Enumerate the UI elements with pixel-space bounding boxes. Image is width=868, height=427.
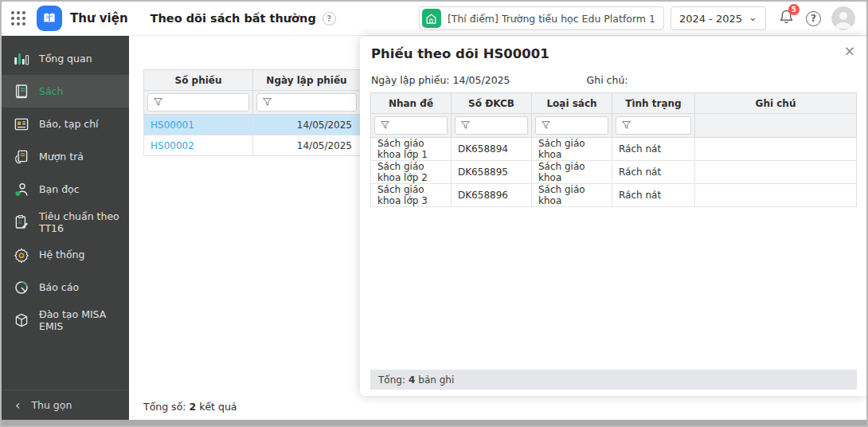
- books-header-row: Nhan đề Số ĐKCB Loại sách Tình trạng Ghi…: [371, 93, 857, 114]
- filter-icon: [621, 120, 631, 131]
- ticket-link[interactable]: HS00002: [144, 135, 253, 156]
- book-title: Sách giáo khoa lớp 3: [371, 184, 452, 207]
- table-row-hs00002[interactable]: HS00002 14/05/2025: [144, 135, 361, 156]
- sidebar-item-bao-cao[interactable]: Báo cáo: [2, 271, 129, 304]
- filter-icon: [541, 120, 551, 131]
- open-book-icon: [41, 10, 58, 27]
- ticket-link[interactable]: HS00001: [144, 115, 253, 135]
- page-title: Theo dõi sách bất thường: [151, 12, 316, 25]
- gear-icon: [14, 247, 29, 263]
- sidebar-collapse-button[interactable]: ‹ Thu gọn: [2, 390, 129, 420]
- sidebar-item-bao-tap-chi[interactable]: Báo, tạp chí: [2, 108, 129, 140]
- sidebar-item-label: Sách: [39, 85, 63, 97]
- chevron-down-icon: ⌄: [749, 12, 757, 22]
- ticket-date: 14/05/2025: [253, 135, 361, 156]
- close-icon[interactable]: ×: [844, 45, 855, 58]
- book-type: Sách giáo khoa: [532, 184, 612, 207]
- results-summary: Tổng số: 2 kết quả: [143, 401, 237, 413]
- sidebar-item-label: Mượn trả: [39, 151, 84, 163]
- panel-title: Phiếu theo dõi HS00001: [371, 46, 549, 61]
- book-note: [695, 161, 857, 184]
- book-note: [695, 138, 857, 161]
- app-title: Thư viện: [70, 11, 128, 25]
- panel-records-summary: Tổng: 4 bản ghi: [370, 370, 857, 390]
- borrow-return-icon: [14, 149, 29, 165]
- filter-icon: [262, 97, 272, 108]
- detail-panel: Phiếu theo dõi HS00001 × Ngày lập phiếu:…: [360, 37, 866, 396]
- book-code: DK658896: [452, 184, 532, 207]
- avatar[interactable]: [831, 6, 855, 30]
- horizontal-scrollbar[interactable]: [2, 420, 866, 425]
- book-row[interactable]: Sách giáo khoa lớp 3 DK658896 Sách giáo …: [371, 184, 857, 207]
- reader-icon: [14, 182, 29, 198]
- book-icon: [14, 84, 29, 100]
- sidebar-item-label: Bạn đọc: [39, 183, 80, 195]
- book-row[interactable]: Sách giáo khoa lớp 1 DK658894 Sách giáo …: [371, 138, 857, 161]
- book-status: Rách nát: [612, 161, 695, 184]
- book-code: DK658895: [452, 161, 532, 184]
- page-help-icon[interactable]: ?: [323, 12, 336, 25]
- filter-icon: [460, 120, 471, 131]
- school-selector[interactable]: [Thí điểm] Trường tiểu học Edu Platform …: [419, 6, 664, 30]
- notification-badge: 5: [788, 4, 800, 15]
- filter-icon: [153, 97, 163, 108]
- filter-so-dkcb[interactable]: [455, 116, 528, 135]
- bar-chart-icon: [14, 51, 29, 67]
- sidebar-item-dao-tao-misa-emis[interactable]: Đào tạo MISA EMIS: [2, 304, 129, 336]
- filter-loai-sach[interactable]: [535, 116, 608, 135]
- panel-meta: Ngày lập phiếu: 14/05/2025 Ghi chú:: [371, 74, 628, 86]
- chevron-left-icon: ‹: [15, 399, 20, 412]
- col-tinh-trang[interactable]: Tình trạng: [612, 93, 695, 114]
- sidebar-item-tieu-chuan-tt16[interactable]: Tiêu chuẩn theo TT16: [2, 206, 129, 238]
- col-ngay-lap-phieu[interactable]: Ngày lập phiếu: [253, 70, 361, 91]
- notifications-button[interactable]: 5: [778, 8, 795, 29]
- filter-tinh-trang[interactable]: [616, 116, 691, 135]
- school-year-dropdown[interactable]: 2024 - 2025 ⌄: [671, 6, 766, 30]
- newspaper-icon: [14, 116, 29, 132]
- book-type: Sách giáo khoa: [532, 161, 612, 184]
- filter-nhan-de[interactable]: [374, 116, 448, 135]
- meta-date: Ngày lập phiếu: 14/05/2025: [371, 74, 510, 86]
- tickets-filter-row: [144, 91, 361, 115]
- table-row-hs00001[interactable]: HS00001 14/05/2025: [144, 115, 361, 135]
- books-table: Nhan đề Số ĐKCB Loại sách Tình trạng Ghi…: [370, 92, 857, 207]
- sidebar-item-tong-quan[interactable]: Tổng quan: [2, 42, 129, 75]
- sidebar-item-label: Báo cáo: [39, 281, 79, 293]
- results-count: 2: [189, 401, 196, 413]
- app-window: Thư viện Theo dõi sách bất thường ? [Thí…: [0, 0, 868, 427]
- ticket-date: 14/05/2025: [253, 115, 361, 135]
- sidebar-item-ban-doc[interactable]: Bạn đọc: [2, 173, 129, 206]
- clipboard-icon: [14, 214, 29, 230]
- sidebar: Tổng quan Sách: [2, 36, 129, 420]
- col-so-phieu[interactable]: Số phiếu: [144, 70, 253, 91]
- col-nhan-de[interactable]: Nhan đề: [371, 93, 452, 114]
- app-grid-icon[interactable]: [11, 11, 25, 25]
- records-count: 4: [409, 374, 415, 386]
- col-loai-sach[interactable]: Loại sách: [532, 93, 612, 114]
- sidebar-item-muon-tra[interactable]: Mượn trả: [2, 140, 129, 173]
- book-status: Rách nát: [612, 138, 695, 161]
- sidebar-item-label: Báo, tạp chí: [39, 118, 99, 130]
- school-label: [Thí điểm] Trường tiểu học Edu Platform …: [448, 13, 655, 25]
- book-code: DK658894: [452, 138, 532, 161]
- col-ghi-chu[interactable]: Ghi chú: [695, 93, 857, 114]
- tickets-table: Số phiếu Ngày lập phiếu HS00001 14/05/20…: [143, 69, 361, 156]
- sidebar-item-he-thong[interactable]: Hệ thống: [2, 238, 129, 271]
- sidebar-item-label: Đào tạo MISA EMIS: [39, 308, 129, 332]
- school-icon: [422, 9, 441, 28]
- book-row[interactable]: Sách giáo khoa lớp 2 DK658895 Sách giáo …: [371, 161, 857, 184]
- tickets-header-row: Số phiếu Ngày lập phiếu: [144, 70, 361, 91]
- sidebar-item-label: Tổng quan: [39, 53, 92, 65]
- cube-icon: [14, 312, 29, 328]
- help-button[interactable]: ?: [806, 11, 821, 26]
- filter-icon: [380, 120, 390, 131]
- book-type: Sách giáo khoa: [532, 138, 612, 161]
- book-status: Rách nát: [612, 184, 695, 207]
- filter-so-phieu[interactable]: [147, 93, 249, 112]
- col-so-dkcb[interactable]: Số ĐKCB: [452, 93, 532, 114]
- filter-ngay-lap-phieu[interactable]: [256, 93, 357, 112]
- library-logo[interactable]: [37, 6, 62, 31]
- book-note: [695, 184, 857, 207]
- top-header: Thư viện Theo dõi sách bất thường ? [Thí…: [2, 2, 866, 36]
- sidebar-item-sach[interactable]: Sách: [2, 75, 129, 108]
